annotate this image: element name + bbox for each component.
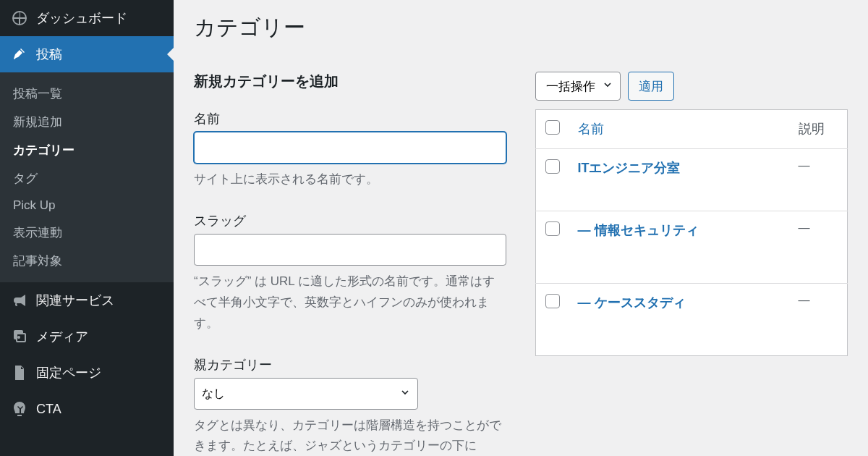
category-link[interactable]: — 情報セキュリティ	[578, 223, 699, 237]
table-row: — ケーススタディ —	[536, 284, 848, 356]
parent-label: 親カテゴリー	[194, 356, 506, 373]
page-title: カテゴリー	[194, 13, 848, 43]
table-row: ITエンジニア分室 —	[536, 149, 848, 211]
page-icon	[10, 363, 29, 382]
submenu-target[interactable]: 記事対象	[0, 247, 174, 275]
menu-label: メディア	[36, 328, 88, 345]
form-heading: 新規カテゴリーを追加	[194, 72, 506, 91]
category-list: 一括操作 適用 名前 説明	[535, 72, 848, 456]
menu-cta[interactable]: CTA	[0, 391, 174, 427]
submenu-category[interactable]: カテゴリー	[0, 136, 174, 164]
row-desc: —	[790, 284, 848, 356]
row-checkbox[interactable]	[545, 294, 560, 308]
apply-button[interactable]: 適用	[628, 72, 674, 101]
name-desc: サイト上に表示される名前です。	[194, 169, 506, 190]
table-row: — 情報セキュリティ —	[536, 211, 848, 284]
menu-media[interactable]: メディア	[0, 318, 174, 355]
media-icon	[10, 327, 29, 346]
dashboard-icon	[10, 9, 29, 28]
slug-label: スラッグ	[194, 212, 506, 229]
menu-pages[interactable]: 固定ページ	[0, 355, 174, 391]
menu-label: 固定ページ	[36, 364, 101, 381]
parent-select[interactable]: なし	[194, 378, 418, 410]
col-name[interactable]: 名前	[569, 110, 790, 149]
menu-label: 関連サービス	[36, 292, 114, 309]
row-checkbox[interactable]	[545, 159, 560, 174]
submenu-display[interactable]: 表示連動	[0, 219, 174, 247]
row-desc: —	[790, 149, 848, 211]
category-link[interactable]: ITエンジニア分室	[578, 161, 681, 175]
row-checkbox[interactable]	[545, 221, 560, 236]
main-content: カテゴリー 新規カテゴリーを追加 名前 サイト上に表示される名前です。 スラッグ…	[174, 0, 868, 456]
menu-label: 投稿	[36, 46, 62, 63]
add-category-form: 新規カテゴリーを追加 名前 サイト上に表示される名前です。 スラッグ “スラッグ…	[194, 72, 506, 456]
submenu-tag[interactable]: タグ	[0, 164, 174, 193]
menu-dashboard[interactable]: ダッシュボード	[0, 0, 174, 36]
menu-related[interactable]: 関連サービス	[0, 282, 174, 318]
menu-label: CTA	[36, 402, 61, 417]
slug-desc: “スラッグ” は URL に適した形式の名前です。通常はすべて半角小文字で、英数…	[194, 271, 506, 334]
submenu-new-post[interactable]: 新規追加	[0, 108, 174, 136]
category-link[interactable]: — ケーススタディ	[578, 295, 686, 310]
name-label: 名前	[194, 110, 506, 127]
submenu-pickup[interactable]: Pick Up	[0, 193, 174, 219]
pin-icon	[10, 45, 29, 64]
select-all-checkbox[interactable]	[545, 120, 560, 135]
category-table: 名前 説明 ITエンジニア分室 — — 情報セキュリティ —	[535, 109, 848, 356]
submenu-all-posts[interactable]: 投稿一覧	[0, 80, 174, 108]
admin-sidebar: ダッシュボード 投稿 投稿一覧 新規追加 カテゴリー タグ Pick Up 表示…	[0, 0, 174, 456]
posts-submenu: 投稿一覧 新規追加 カテゴリー タグ Pick Up 表示連動 記事対象	[0, 72, 174, 282]
col-desc[interactable]: 説明	[790, 110, 848, 149]
name-input[interactable]	[194, 132, 506, 164]
cta-icon	[10, 400, 29, 418]
menu-posts[interactable]: 投稿	[0, 36, 174, 72]
slug-input[interactable]	[194, 234, 506, 266]
parent-desc: タグとは異なり、カテゴリーは階層構造を持つことができます。たとえば、ジャズという…	[194, 415, 506, 456]
row-desc: —	[790, 211, 848, 284]
megaphone-icon	[10, 291, 29, 310]
bulk-action-select[interactable]: 一括操作	[535, 72, 621, 101]
menu-label: ダッシュボード	[36, 9, 127, 27]
